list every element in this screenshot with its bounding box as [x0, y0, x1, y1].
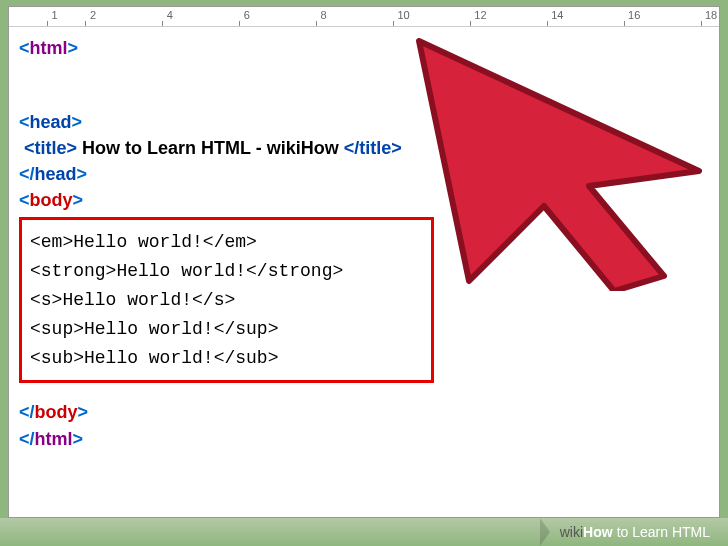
- ruler-number: 12: [474, 9, 486, 21]
- footer-divider-icon: [540, 518, 550, 546]
- title-text: How to Learn HTML - wikiHow: [77, 138, 344, 158]
- brand-wiki: wiki: [560, 524, 583, 540]
- ruler-tick: [393, 21, 394, 26]
- tag-head-close: </head>: [19, 161, 709, 187]
- tag-head-open: <head>: [19, 109, 709, 135]
- tag-name: html: [35, 429, 73, 449]
- tag-name: head: [30, 112, 72, 132]
- editor-frame: 124681012141618 <html> <head> <title> Ho…: [8, 6, 720, 518]
- ruler-tick: [316, 21, 317, 26]
- bracket: >: [73, 429, 84, 449]
- ruler-number: 2: [90, 9, 96, 21]
- ruler-number: 1: [51, 9, 57, 21]
- bracket: >: [77, 164, 88, 184]
- ruler-tick: [239, 21, 240, 26]
- bracket: </: [19, 429, 35, 449]
- ruler-tick: [547, 21, 548, 26]
- code-line: <sup>Hello world!</sup>: [30, 315, 423, 344]
- ruler-tick: [701, 21, 702, 26]
- bracket: >: [78, 402, 89, 422]
- bracket: <: [19, 190, 30, 210]
- footer-bar: wikiHow to Learn HTML: [0, 518, 728, 546]
- code-area: <html> <head> <title> How to Learn HTML …: [9, 27, 719, 460]
- tag-name: html: [30, 38, 68, 58]
- title-line: <title> How to Learn HTML - wikiHow </ti…: [19, 135, 709, 161]
- tag-body-close: </body>: [19, 399, 709, 425]
- ruler-number: 8: [321, 9, 327, 21]
- tag-body-open: <body>: [19, 187, 709, 213]
- tag-name: body: [30, 190, 73, 210]
- ruler-number: 6: [244, 9, 250, 21]
- highlighted-code-block: <em>Hello world!</em><strong>Hello world…: [19, 217, 434, 383]
- ruler-number: 4: [167, 9, 173, 21]
- blank-space: [19, 61, 709, 109]
- bracket: >: [72, 112, 83, 132]
- tag-name: head: [35, 164, 77, 184]
- ruler-number: 10: [397, 9, 409, 21]
- bracket: >: [68, 38, 79, 58]
- title-close-tag: </title>: [344, 138, 402, 158]
- brand-how: How: [583, 524, 613, 540]
- tag-html-close: </html>: [19, 426, 709, 452]
- bracket: >: [73, 190, 84, 210]
- ruler-tick: [624, 21, 625, 26]
- tag-html-open: <html>: [19, 35, 709, 61]
- horizontal-ruler: 124681012141618: [9, 7, 719, 27]
- footer-title: to Learn HTML: [617, 524, 710, 540]
- ruler-number: 18: [705, 9, 717, 21]
- ruler-number: 14: [551, 9, 563, 21]
- ruler-tick: [470, 21, 471, 26]
- bracket: </: [19, 402, 35, 422]
- ruler-tick: [85, 21, 86, 26]
- code-line: <sub>Hello world!</sub>: [30, 344, 423, 373]
- ruler-tick: [47, 21, 48, 26]
- bracket: </: [19, 164, 35, 184]
- code-line: <strong>Hello world!</strong>: [30, 257, 423, 286]
- ruler-number: 16: [628, 9, 640, 21]
- tag-name: body: [35, 402, 78, 422]
- code-line: <s>Hello world!</s>: [30, 286, 423, 315]
- code-line: <em>Hello world!</em>: [30, 228, 423, 257]
- bracket: <: [19, 38, 30, 58]
- bracket: <: [19, 112, 30, 132]
- ruler-tick: [162, 21, 163, 26]
- title-open-tag: <title>: [24, 138, 77, 158]
